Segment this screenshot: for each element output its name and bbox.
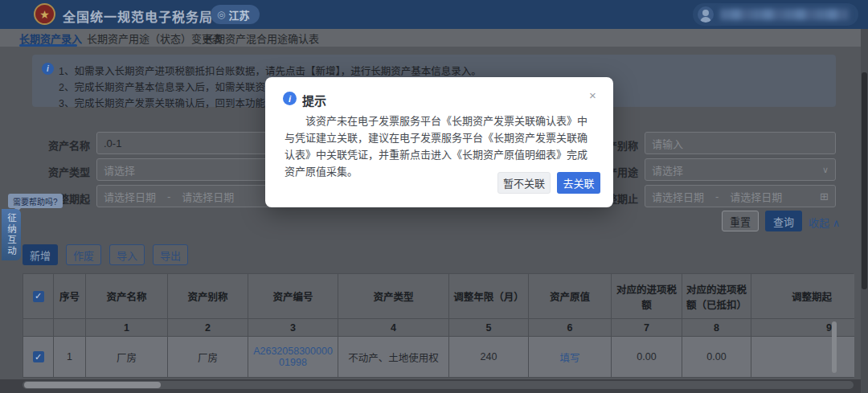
chevron-up-icon: ∧: [833, 217, 841, 229]
notice-line-1: 1、如需录入长期资产进项税额抵扣台账数据，请先点击【新增】，进行长期资产基本信息…: [59, 63, 481, 78]
tax-bureau-emblem-icon: ★: [34, 3, 55, 25]
user-name-redacted: [720, 9, 849, 20]
tab-usage-status-change[interactable]: 长期资产用途（状态）变更表: [87, 31, 223, 46]
select-all-checkbox[interactable]: ✓: [33, 291, 44, 302]
help-tooltip: 需要帮助吗?: [8, 194, 63, 208]
row-checkbox[interactable]: ✓: [33, 351, 44, 362]
void-button[interactable]: 作废: [66, 244, 101, 265]
table-row: ✓ 1 厂房 厂房 A263205830000001998 不动产、土地使用权 …: [23, 337, 853, 377]
info-icon: i: [283, 92, 297, 105]
asset-name-label: 资产名称: [32, 137, 90, 153]
num-cell: 9: [751, 319, 854, 337]
asset-type-placeholder: 请选择: [104, 162, 135, 178]
export-button[interactable]: 导出: [153, 244, 188, 265]
horizontal-scrollbar-thumb[interactable]: [24, 382, 161, 388]
page-vertical-scrollbar[interactable]: [861, 29, 868, 393]
asset-alias-input[interactable]: 请输入: [645, 132, 836, 154]
dialog-title: 提示: [302, 92, 326, 108]
query-button[interactable]: 查询: [765, 211, 802, 231]
location-pin-icon: ◎: [217, 9, 225, 20]
date-separator: -: [715, 190, 719, 203]
num-cell: 7: [612, 319, 682, 337]
col-asset-alias: 资产别称: [168, 274, 248, 319]
col-asset-code: 资产编号: [248, 274, 338, 319]
cell-asset-alias: 厂房: [168, 337, 248, 377]
col-input-tax: 对应的进项税额: [612, 274, 682, 319]
asset-table: ✓ 序号 资产名称 资产别称 资产编号 资产类型 调整年限（月） 资产原值 对应…: [23, 273, 854, 378]
asset-alias-placeholder: 请输入: [652, 136, 683, 151]
select-all-cell: ✓: [23, 274, 54, 319]
fill-value-link[interactable]: 填写: [559, 350, 579, 365]
adjust-end-from-placeholder: 请选择日期: [652, 189, 704, 204]
page-scrollbar-thumb[interactable]: [862, 72, 867, 289]
asset-use-select[interactable]: 请选择 ∨: [645, 158, 836, 181]
cell-adjust-months: 240: [449, 337, 529, 377]
col-seq: 序号: [54, 274, 86, 319]
cell-input-tax-deducted: 0.00: [682, 337, 751, 377]
date-separator: -: [167, 190, 170, 203]
adjust-start-from-placeholder: 请选择日期: [104, 189, 156, 204]
calendar-icon: ⊞: [820, 190, 829, 203]
num-cell: 2: [168, 319, 248, 337]
location-badge[interactable]: ◎ 江苏: [211, 5, 260, 24]
tab-bar: 长期资产录入 长期资产用途（状态）变更表 长期资产混合用途确认表: [0, 29, 868, 47]
cell-asset-name: 厂房: [86, 337, 168, 377]
location-label: 江苏: [228, 7, 249, 23]
asset-code-link[interactable]: A263205830000001998: [252, 346, 334, 368]
num-cell-empty: [23, 319, 54, 337]
close-icon[interactable]: ×: [589, 88, 596, 102]
num-cell: 5: [449, 319, 529, 337]
adjust-end-to-placeholder: 请选择日期: [730, 189, 782, 204]
col-original-value: 资产原值: [529, 274, 612, 319]
go-link-button[interactable]: 去关联: [557, 172, 600, 194]
cell-asset-type: 不动产、土地使用权: [338, 337, 449, 377]
dialog-message: 该资产未在电子发票服务平台《长期资产发票关联确认表》中与凭证建立关联，建议在电子…: [285, 113, 596, 180]
adjust-end-daterange[interactable]: 请选择日期 - 请选择日期 ⊞: [645, 185, 836, 207]
reset-button[interactable]: 重置: [722, 211, 759, 231]
adjust-start-to-placeholder: 请选择日期: [182, 189, 234, 204]
num-cell: 8: [682, 319, 751, 337]
collapse-label: 收起: [809, 217, 829, 229]
num-cell: 6: [529, 319, 612, 337]
chevron-down-icon: ∨: [822, 165, 829, 175]
app-title: 全国统一规范电子税务局: [63, 6, 213, 26]
table-vertical-scrollbar-thumb[interactable]: [832, 321, 837, 373]
num-cell: 3: [248, 319, 338, 337]
table-header-row: ✓ 序号 资产名称 资产别称 资产编号 资产类型 调整年限（月） 资产原值 对应…: [23, 274, 853, 319]
num-cell-empty: [54, 319, 86, 337]
asset-use-placeholder: 请选择: [652, 162, 683, 178]
user-avatar-icon: [698, 6, 714, 23]
interaction-side-tab[interactable]: 征纳互动: [2, 209, 21, 260]
user-account-box[interactable]: [693, 3, 858, 26]
col-asset-name: 资产名称: [86, 274, 168, 319]
app-header: ★ 全国统一规范电子税务局 ◎ 江苏: [0, 0, 868, 29]
add-button[interactable]: 新增: [23, 244, 58, 265]
cell-original-value: 填写: [529, 337, 612, 377]
tab-mixed-usage-confirm[interactable]: 长期资产混合用途确认表: [204, 31, 319, 46]
import-button[interactable]: 导入: [109, 244, 145, 265]
info-icon: i: [42, 63, 54, 75]
asset-type-label: 资产类型: [32, 164, 90, 179]
table-horizontal-scrollbar[interactable]: [23, 381, 854, 389]
asset-name-value: .0-1: [104, 137, 121, 149]
col-adjust-start: 调整期起: [751, 274, 854, 319]
num-cell: 1: [86, 319, 168, 337]
not-link-now-button[interactable]: 暂不关联: [497, 172, 551, 194]
col-adjust-months: 调整年限（月）: [449, 274, 529, 319]
row-select-cell: ✓: [23, 337, 54, 377]
column-number-row: 1 2 3 4 5 6 7 8 9: [23, 319, 853, 337]
cell-input-tax: 0.00: [612, 337, 682, 377]
cell-seq: 1: [54, 337, 86, 377]
cell-asset-code: A263205830000001998: [248, 337, 338, 377]
col-asset-type: 资产类型: [338, 274, 449, 319]
num-cell: 4: [338, 319, 449, 337]
collapse-link[interactable]: 收起 ∧: [809, 215, 840, 230]
cell-adjust-start: [751, 337, 854, 377]
col-input-tax-deducted: 对应的进项税额（已抵扣）: [682, 274, 751, 319]
